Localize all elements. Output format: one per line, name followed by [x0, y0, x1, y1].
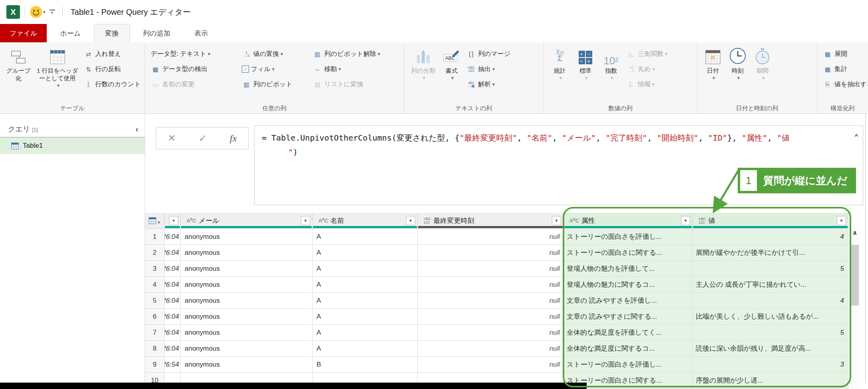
aggregate-button[interactable]: ▦集計	[820, 62, 868, 77]
cell-val[interactable]: 5	[693, 325, 848, 341]
commit-formula-icon[interactable]: ✓	[199, 133, 207, 144]
cell-time[interactable]: 26:04	[165, 229, 181, 245]
cell-val[interactable]: 序盤の展開が少し遅...	[693, 373, 848, 389]
cell-time[interactable]: 26:04	[165, 341, 181, 357]
row-number[interactable]: 9	[145, 357, 165, 373]
time-button[interactable]: 時刻	[725, 46, 750, 82]
row-number[interactable]: 5	[145, 293, 165, 309]
column-header-属性[interactable]: ABC属性▼	[563, 213, 693, 229]
cell-name[interactable]: A	[313, 325, 418, 341]
rename-button[interactable]: ▭名前の変更	[148, 77, 239, 92]
cell-attr[interactable]: ストーリーの面白さに関する...	[563, 245, 693, 261]
row-number[interactable]: 4	[145, 277, 165, 293]
row-number[interactable]: 1	[145, 229, 165, 245]
cell-mod[interactable]: null	[418, 293, 563, 309]
row-number[interactable]: 3	[145, 261, 165, 277]
tab-view[interactable]: 表示	[183, 24, 219, 42]
cell-val[interactable]: 展開が緩やかだが後半にかけて引...	[693, 245, 848, 261]
cell-mail[interactable]: anonymous	[181, 341, 313, 357]
cell-mail[interactable]: anonymous	[181, 293, 313, 309]
tab-add-column[interactable]: 列の追加	[132, 24, 181, 42]
scientific-button[interactable]: 10² 指数	[598, 46, 624, 82]
standard-button[interactable]: +−÷× 標準	[573, 46, 598, 82]
column-header-partial[interactable]: ▼	[165, 213, 181, 229]
row-number[interactable]: 7	[145, 325, 165, 341]
to-list-button[interactable]: ▤リストに変換	[310, 77, 402, 92]
cell-val[interactable]: 5	[693, 261, 848, 277]
unpivot-columns-button[interactable]: ▥列のピボット解除	[310, 46, 402, 62]
cell-name[interactable]: A	[313, 341, 418, 357]
cell-time[interactable]: 26:04	[165, 261, 181, 277]
move-button[interactable]: ⇔移動	[310, 62, 402, 77]
reverse-rows-button[interactable]: ⇅行の反転	[81, 62, 143, 77]
column-header-最終変更時刻[interactable]: ABC123最終変更時刻▼	[418, 213, 563, 229]
cell-name[interactable]: A	[313, 309, 418, 325]
cell-name[interactable]: A	[313, 261, 418, 277]
row-number[interactable]: 8	[145, 341, 165, 357]
cell-attr[interactable]: 登場人物の魅力に関するコ...	[563, 277, 693, 293]
rounding-button[interactable]: .00→.0丸め	[624, 62, 670, 77]
cell-attr[interactable]: 全体的な満足度を評価してく...	[563, 325, 693, 341]
scroll-up-icon[interactable]: ∧	[850, 229, 860, 236]
cell-mod[interactable]: null	[418, 261, 563, 277]
pivot-column-button[interactable]: ▥列のピボット	[239, 77, 311, 92]
cell-mod[interactable]: null	[418, 309, 563, 325]
feedback-smiley-icon[interactable]	[30, 6, 42, 18]
tab-file[interactable]: ファイル	[0, 24, 47, 42]
formula-input[interactable]: = Table.UnpivotOtherColumns(変更された型, {"最終…	[254, 125, 863, 205]
cell-val[interactable]: 4	[693, 293, 848, 309]
column-header-メール[interactable]: ABCメール▼	[181, 213, 313, 229]
cell-mod[interactable]: null	[418, 245, 563, 261]
cell-attr[interactable]: 全体的な満足度に関するコ...	[563, 341, 693, 357]
cell-val[interactable]: 主人公の 成長が丁寧に描かれてい...	[693, 277, 848, 293]
date-button[interactable]: 日付	[701, 46, 725, 82]
use-first-row-button[interactable]: 1 行目をヘッダーとして使用	[34, 46, 82, 89]
tab-transform[interactable]: 変換	[94, 24, 130, 42]
cell-mod[interactable]: null	[418, 277, 563, 293]
format-button[interactable]: ABC 書式	[439, 46, 464, 82]
cell-attr[interactable]: ストーリーの面白さを評価し...	[563, 357, 693, 373]
cell-mail[interactable]: anonymous	[181, 245, 313, 261]
fx-icon[interactable]: fx	[230, 133, 237, 144]
filter-icon[interactable]: ▼	[552, 216, 561, 225]
replace-values-button[interactable]: 1→2値の置換	[239, 46, 311, 62]
column-header-名前[interactable]: ABC名前▼	[313, 213, 418, 229]
filter-icon[interactable]: ▼	[837, 216, 846, 225]
parse-button[interactable]: abc→▦解析	[464, 77, 513, 92]
fill-button[interactable]: ↓フィル	[239, 62, 311, 77]
cell-attr[interactable]: 文章の 読みやすさを評価し...	[563, 293, 693, 309]
collapse-formula-icon[interactable]: ⌃	[854, 130, 859, 144]
merge-columns-button[interactable]: ⁅⁆列のマージ	[464, 46, 513, 62]
cell-mail[interactable]: anonymous	[181, 309, 313, 325]
information-button[interactable]: 1−3+情報	[624, 77, 670, 92]
group-by-button[interactable]: グループ化	[3, 46, 34, 82]
data-type-button[interactable]: データ型: テキスト	[148, 46, 239, 62]
cell-mail[interactable]: anonymous	[181, 277, 313, 293]
cell-time[interactable]: 26:54	[165, 357, 181, 373]
cell-attr[interactable]: ストーリーの面白さを評価し...	[563, 229, 693, 245]
cell-name[interactable]: A	[313, 245, 418, 261]
cancel-formula-icon[interactable]: ✕	[168, 133, 176, 144]
extract-button[interactable]: ABC123抽出	[464, 62, 513, 77]
vertical-scrollbar[interactable]: ∧	[850, 226, 860, 389]
cell-val[interactable]: 4	[693, 229, 848, 245]
cell-mod[interactable]: null	[418, 357, 563, 373]
cell-val[interactable]: 3	[693, 357, 848, 373]
split-column-button[interactable]: 列の分割	[407, 46, 439, 82]
cell-mail[interactable]: anonymous	[181, 325, 313, 341]
tab-home[interactable]: ホーム	[49, 24, 92, 42]
cell-val[interactable]: 読後に深い余韻が残り、満足度が高...	[693, 341, 848, 357]
select-all-table-menu[interactable]: ▼	[145, 213, 165, 229]
scrollbar-thumb[interactable]	[851, 245, 859, 306]
duration-button[interactable]: 期間	[750, 46, 775, 82]
transpose-button[interactable]: ⇄入れ替え	[81, 46, 143, 62]
cell-mod[interactable]: null	[418, 229, 563, 245]
cell-attr[interactable]: 文章の 読みやすさに関する...	[563, 309, 693, 325]
count-rows-button[interactable]: 12行数のカウント	[81, 77, 143, 92]
extract-values-button[interactable]: ⎘値を抽出する	[820, 77, 868, 92]
query-list-item-table1[interactable]: Table1	[0, 137, 145, 154]
cell-mod[interactable]: null	[418, 341, 563, 357]
row-number[interactable]: 2	[145, 245, 165, 261]
column-header-値[interactable]: ABC123値▼	[693, 213, 848, 229]
quick-access-toolbar-icon[interactable]: ▾	[50, 10, 55, 14]
